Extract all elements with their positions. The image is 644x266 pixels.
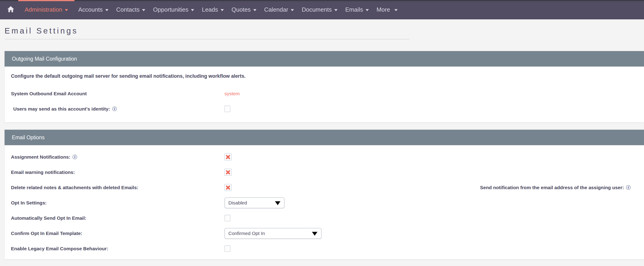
panel-body-email-options: Assignment Notifications: i Email warnin… (4, 145, 644, 260)
chevron-down-icon (291, 9, 294, 11)
home-button[interactable] (0, 0, 18, 19)
system-outbound-account-link[interactable]: system (224, 91, 240, 96)
system-outbound-account-row: System Outbound Email Account system (11, 86, 644, 101)
legacy-compose-label: Enable Legacy Email Compose Behaviour: (11, 246, 224, 252)
dropdown-arrow-icon (312, 232, 318, 236)
auto-send-opt-in-checkbox[interactable] (224, 215, 230, 221)
nav-item-opportunities[interactable]: Opportunities (149, 0, 198, 19)
title-divider (4, 39, 410, 39)
nav-item-label: Emails (345, 6, 363, 13)
confirm-opt-in-template-label: Confirm Opt In Email Template: (11, 231, 224, 236)
nav-item-label: More (376, 6, 390, 13)
chevron-down-icon (253, 9, 256, 11)
selected-value: Disabled (228, 200, 247, 206)
label-text: Assignment Notifications: (11, 154, 70, 160)
main-content: Email Settings Outgoing Mail Configurati… (0, 26, 644, 260)
nav-item-emails[interactable]: Emails (342, 0, 373, 19)
nav-item-accounts[interactable]: Accounts (74, 0, 112, 19)
delete-related-toggle-off[interactable] (224, 184, 232, 191)
legacy-compose-checkbox[interactable] (224, 245, 230, 252)
home-icon (7, 5, 14, 14)
panel-body-outgoing-mail: Configure the default outgoing mail serv… (4, 67, 644, 123)
confirm-opt-in-template-select[interactable]: Confirmed Opt In (224, 228, 322, 239)
email-options-panel: Email Options Assignment Notifications: … (4, 130, 644, 260)
nav-item-label: Documents (302, 6, 332, 13)
info-icon[interactable]: i (72, 154, 77, 159)
email-warning-label: Email warning notifications: (11, 170, 224, 175)
assignment-notifications-row: Assignment Notifications: i (11, 149, 644, 165)
panel-header-email-options: Email Options (4, 130, 644, 145)
nav-item-label: Quotes (232, 6, 251, 13)
delete-related-row: Delete related notes & attachments with … (11, 180, 644, 195)
email-warning-row: Email warning notifications: (11, 165, 644, 180)
top-navbar: Administration Accounts Contacts Opportu… (0, 0, 644, 19)
confirm-opt-in-template-row: Confirm Opt In Email Template: Confirmed… (11, 226, 644, 241)
panel-header-outgoing-mail: Outgoing Mail Configuration (4, 51, 644, 67)
auto-send-opt-in-row: Automatically Send Opt In Email: (11, 210, 644, 226)
page-title: Email Settings (4, 26, 644, 35)
chevron-down-icon (105, 9, 108, 11)
nav-items: Administration Accounts Contacts Opportu… (18, 0, 402, 19)
nav-item-calendar[interactable]: Calendar (260, 0, 298, 19)
delete-related-label: Delete related notes & attachments with … (11, 185, 224, 190)
assignment-notifications-label: Assignment Notifications: i (11, 154, 224, 160)
chevron-down-icon (142, 9, 145, 11)
chevron-down-icon (394, 9, 398, 11)
auto-send-opt-in-label: Automatically Send Opt In Email: (11, 215, 224, 221)
outgoing-mail-configuration-panel: Outgoing Mail Configuration Configure th… (4, 51, 644, 123)
chevron-down-icon (334, 9, 338, 11)
opt-in-settings-select[interactable]: Disabled (224, 197, 284, 208)
opt-in-settings-row: Opt In Settings: Disabled (11, 195, 644, 210)
label-text: Users may send as this account's identit… (13, 106, 110, 112)
nav-item-label: Leads (202, 6, 218, 13)
nav-item-label: Calendar (264, 6, 288, 13)
chevron-down-icon (366, 9, 369, 11)
info-icon[interactable]: i (626, 185, 631, 190)
opt-in-settings-label: Opt In Settings: (11, 200, 224, 206)
nav-item-documents[interactable]: Documents (298, 0, 342, 19)
selected-value: Confirmed Opt In (228, 231, 265, 236)
nav-item-label: Administration (25, 6, 62, 13)
users-send-identity-label: Users may send as this account's identit… (11, 106, 224, 112)
chevron-down-icon (65, 9, 68, 11)
nav-item-quotes[interactable]: Quotes (228, 0, 260, 19)
label-text: Send notification from the email address… (480, 185, 624, 190)
nav-item-label: Opportunities (153, 6, 188, 13)
assignment-notifications-toggle-off[interactable] (224, 153, 232, 160)
users-send-identity-checkbox[interactable] (224, 106, 230, 112)
outgoing-mail-description: Configure the default outgoing mail serv… (11, 67, 644, 79)
nav-item-leads[interactable]: Leads (198, 0, 228, 19)
chevron-down-icon (191, 9, 194, 11)
nav-item-more[interactable]: More (373, 0, 402, 19)
nav-item-administration[interactable]: Administration (18, 0, 74, 19)
email-warning-toggle-off[interactable] (224, 169, 232, 176)
send-from-assigning-user-label: Send notification from the email address… (480, 180, 631, 195)
legacy-compose-row: Enable Legacy Email Compose Behaviour: (11, 241, 644, 256)
users-send-identity-row: Users may send as this account's identit… (11, 101, 644, 117)
nav-item-label: Contacts (116, 6, 140, 13)
dropdown-arrow-icon (275, 201, 280, 205)
nav-item-label: Accounts (78, 6, 103, 13)
system-outbound-account-label: System Outbound Email Account (11, 91, 224, 96)
chevron-down-icon (220, 9, 224, 11)
info-icon[interactable]: i (112, 107, 117, 111)
nav-item-contacts[interactable]: Contacts (112, 0, 149, 19)
